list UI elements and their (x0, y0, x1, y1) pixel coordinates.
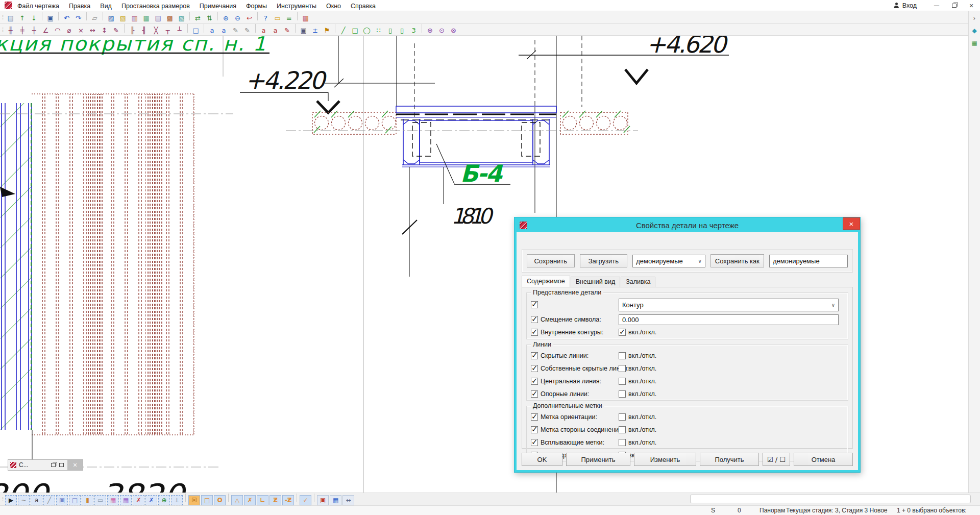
minimized-drawing-window[interactable]: С... × (8, 459, 83, 471)
dim-edit-icon[interactable]: ✎ (111, 26, 121, 35)
menu-view[interactable]: Вид (100, 3, 112, 10)
update-status-icon[interactable]: ⇅ (204, 13, 215, 23)
get-button[interactable]: Получить (700, 453, 759, 466)
toggle-checkbox[interactable] (619, 378, 626, 385)
modify-button[interactable]: Изменить (634, 453, 696, 466)
text-object-icon[interactable]: a (31, 495, 42, 505)
add-view-icon[interactable]: ▧ (176, 13, 187, 23)
draw-polygon-icon[interactable]: ▯ (385, 26, 396, 35)
presentation-icon[interactable]: ▦ (300, 13, 311, 23)
text-style-icon[interactable]: ✎ (242, 26, 253, 35)
dim-single-icon[interactable]: ╪ (17, 26, 28, 35)
save-as-button[interactable]: Сохранить как (710, 254, 764, 267)
brush-icon[interactable]: ▮ (82, 495, 93, 505)
snap-circle-icon[interactable]: O (214, 495, 226, 505)
menu-tools[interactable]: Инструменты (277, 3, 316, 10)
undo-icon[interactable]: ↶ (61, 13, 72, 23)
dim-arc-icon[interactable]: ◠ (52, 26, 63, 35)
dim-vertical-icon[interactable]: ↕ (99, 26, 110, 35)
draw-rect-icon[interactable]: □ (350, 26, 360, 35)
text-leader-icon[interactable]: a (218, 26, 229, 35)
save-icon[interactable]: ▣ (45, 13, 56, 23)
import-drawing-icon[interactable]: ↑ (17, 13, 28, 23)
dialog-close-button[interactable]: × (843, 217, 860, 230)
dim-elevation-icon[interactable]: ╢ (139, 26, 150, 35)
dim-angle-icon[interactable]: ∠ (40, 26, 51, 35)
document-list-icon[interactable]: ≡ (284, 13, 295, 23)
toolbar-drag-handle[interactable]: ⁞ (2, 496, 3, 502)
viewport-icon[interactable]: ▭ (94, 495, 106, 505)
label-auto-icon[interactable]: a (270, 26, 281, 35)
selection-frame-icon[interactable]: □ (69, 495, 81, 505)
export-drawing-icon[interactable]: ↓ (29, 13, 39, 23)
block-icon[interactable]: ▣ (56, 495, 68, 505)
preset-name-input[interactable] (769, 255, 848, 267)
snap-z-icon[interactable]: Ƶ (270, 495, 281, 505)
toggle-checkbox[interactable] (619, 426, 626, 433)
minimize-button[interactable]: ─ (928, 0, 945, 11)
dim-points-icon[interactable]: ↔ (342, 495, 354, 505)
symbol-box-icon[interactable]: ▣ (298, 26, 309, 35)
menu-drawing-file[interactable]: Файл чертежа (17, 3, 59, 10)
symbol-select[interactable]: Контур ∨ (619, 299, 839, 311)
menu-annotations[interactable]: Примечания (200, 3, 236, 10)
connector-icon[interactable]: ⊥ (171, 495, 183, 505)
layers-grid-icon[interactable]: ▦ (970, 38, 979, 47)
popup-marks-checkbox[interactable] (531, 439, 538, 446)
close-button[interactable]: × (963, 0, 980, 11)
dim-chain-icon[interactable]: ╫ (5, 26, 16, 35)
mini-maximize-button[interactable] (59, 463, 64, 467)
cancel-button[interactable]: Отмена (794, 453, 853, 466)
menu-dimensioning[interactable]: Простановка размеров (121, 3, 190, 10)
hatch-edit-icon[interactable]: ✗ (145, 495, 157, 505)
draw-symbol-icon[interactable]: 3 (408, 26, 419, 35)
toggle-checkbox[interactable] (619, 352, 626, 359)
draw-points-icon[interactable]: ∷ (373, 26, 384, 35)
center-line-checkbox[interactable] (531, 378, 538, 385)
inner-contours-checkbox[interactable] (531, 329, 538, 336)
zoom-previous-icon[interactable]: ↩ (244, 13, 255, 23)
select-region-icon[interactable]: □ (190, 26, 201, 35)
mini-restore-button[interactable] (51, 463, 56, 467)
project-center-icon[interactable]: ⊕ (158, 495, 170, 505)
menu-help[interactable]: Справка (351, 3, 376, 10)
toolbar-drag-handle[interactable]: ⁞ (2, 27, 3, 33)
table-pink-icon[interactable]: ▦ (107, 495, 119, 505)
own-hidden-lines-checkbox[interactable] (531, 365, 538, 372)
mini-close-button[interactable]: × (67, 460, 83, 470)
orientation-mark-checkbox[interactable] (531, 413, 538, 421)
open-folder-icon[interactable]: ▭ (272, 13, 283, 23)
dim-delete-icon[interactable]: × (76, 26, 86, 35)
edit-style-icon[interactable]: ▧ (117, 13, 128, 23)
text-add-icon[interactable]: a (207, 26, 217, 35)
dialog-title-bar[interactable]: Свойства детали на чертеже (516, 218, 859, 232)
toggle-checkbox[interactable] (619, 439, 626, 446)
edit-scale-icon[interactable]: ▥ (129, 13, 140, 23)
apply-button[interactable]: Применить (566, 453, 630, 466)
redo-icon[interactable]: ↷ (73, 13, 84, 23)
snap-triangle-icon[interactable]: △ (231, 495, 243, 505)
panel-expand-icon[interactable]: › (970, 14, 979, 23)
draw-line-icon[interactable]: ╱ (338, 26, 349, 35)
toolbar-drag-handle[interactable]: ⁞ (2, 14, 3, 20)
offset-input[interactable] (619, 314, 839, 325)
dim-radius-icon[interactable]: ⌀ (64, 26, 75, 35)
hidden-lines-checkbox[interactable] (531, 352, 538, 359)
edit-view-icon[interactable]: ▤ (153, 13, 163, 23)
toggle-checkbox[interactable] (619, 413, 626, 421)
weld-symbol-icon[interactable]: ⊕ (425, 26, 435, 35)
text-edit-icon[interactable]: ✎ (230, 26, 241, 35)
snap-z-off-icon[interactable]: -Ƶ (282, 495, 294, 505)
menu-window[interactable]: Окно (326, 3, 341, 10)
toggle-checkbox[interactable] (619, 329, 626, 336)
draw-cloud-icon[interactable]: ▯ (397, 26, 407, 35)
help-icon[interactable]: ? (260, 13, 271, 23)
tab-appearance[interactable]: Внешний вид (571, 277, 620, 287)
ortho-icon[interactable]: ▣ (317, 495, 329, 505)
snap-apply-icon[interactable]: ✓ (300, 495, 311, 505)
tab-content[interactable]: Содержимое (522, 276, 570, 287)
edit-detail-icon[interactable]: ▨ (106, 13, 116, 23)
preset-select[interactable]: демонируемые ∨ (632, 255, 705, 267)
save-preset-button[interactable]: Сохранить (527, 254, 575, 267)
reference-lines-checkbox[interactable] (531, 390, 538, 398)
